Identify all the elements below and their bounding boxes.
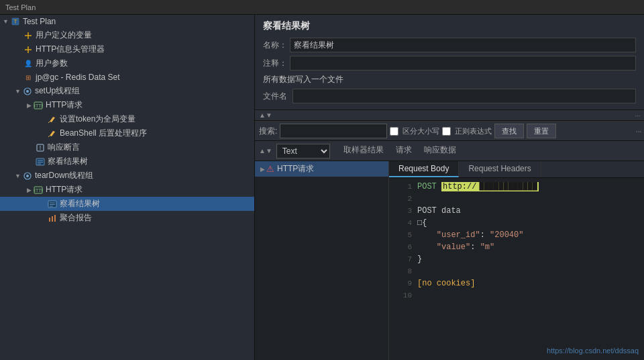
line-num-1: 1 bbox=[392, 181, 412, 193]
svg-point-7 bbox=[26, 90, 29, 93]
file-section-text: 所有数据写入一个文件 bbox=[263, 74, 343, 85]
tree-label-view-results: 察看结果树 bbox=[48, 156, 88, 167]
tree-arrow-test-plan: ▼ bbox=[3, 18, 9, 25]
line-num-7: 7 bbox=[392, 253, 412, 265]
tree-label-teardown-group: tearDown线程组 bbox=[35, 170, 93, 181]
tree-label-view-results-2: 察看结果树 bbox=[60, 198, 100, 210]
svg-rect-22 bbox=[48, 201, 56, 208]
sidebar-item-redis-dataset[interactable]: ⊞jp@gc - Redis Data Set bbox=[0, 71, 254, 84]
line-num-2: 2 bbox=[392, 193, 412, 205]
code-line-3: 3 POST data bbox=[389, 205, 644, 217]
tree-icon-report bbox=[47, 213, 58, 224]
comment-input[interactable] bbox=[290, 56, 636, 71]
name-input[interactable] bbox=[290, 38, 636, 52]
regex-checkbox[interactable] bbox=[442, 127, 451, 136]
case-check-label[interactable]: 区分大小写 bbox=[390, 126, 439, 136]
expand-arrows: ▲▼ bbox=[259, 111, 272, 119]
tree-label-http-header: HTTP信息头管理器 bbox=[36, 44, 105, 55]
line-content-4: □{ bbox=[417, 217, 641, 229]
format-select[interactable]: Text RegExp Tester CSS/JQuery Tester XPa… bbox=[276, 144, 330, 159]
comment-label: 注释： bbox=[263, 58, 290, 69]
tree-icon-setup-group bbox=[22, 86, 33, 97]
tab-request[interactable]: 请求 bbox=[390, 143, 417, 159]
file-section-label: 所有数据写入一个文件 bbox=[263, 74, 636, 85]
line-num-6: 6 bbox=[392, 241, 412, 253]
comment-row: 注释： bbox=[263, 56, 636, 71]
sidebar-item-report[interactable]: 聚合报告 bbox=[0, 211, 254, 225]
tab-response-data[interactable]: 响应数据 bbox=[419, 143, 462, 159]
sidebar-item-view-results-2[interactable]: 察看结果树 bbox=[0, 197, 254, 211]
sidebar-item-user-vars[interactable]: 用户定义的变量 bbox=[0, 28, 254, 42]
line-num-9: 9 bbox=[392, 277, 412, 289]
result-http-label: HTTP请求 bbox=[277, 163, 314, 175]
line-content-6: "value": "m" bbox=[417, 241, 641, 253]
result-tree: ▶ ⚠ HTTP请求 bbox=[255, 161, 389, 360]
tree-label-report: 聚合报告 bbox=[60, 212, 92, 224]
code-line-8: 8 bbox=[389, 265, 644, 277]
line-num-8: 8 bbox=[392, 265, 412, 277]
line-num-3: 3 bbox=[392, 205, 412, 217]
url-highlight: http:// bbox=[441, 182, 478, 191]
sidebar-item-http-header[interactable]: HTTP信息头管理器 bbox=[0, 42, 254, 56]
tab-sampler-results[interactable]: 取样器结果 bbox=[338, 143, 389, 159]
main-container: ▼ T Test Plan 用户定义的变量 HTTP信息头管理器👤用户参数⊞jp… bbox=[0, 15, 644, 360]
sidebar-item-setup-group[interactable]: ▼ setUp线程组 bbox=[0, 84, 254, 98]
regex-check-text: 正则表达式 bbox=[455, 126, 492, 136]
tree-icon-user-params: 👤 bbox=[23, 58, 34, 69]
code-line-10: 10 bbox=[389, 289, 644, 302]
tree-icon-http-header bbox=[23, 44, 34, 55]
right-panel: 察看结果树 名称： 注释： 所有数据写入一个文件 文件名 ▲▼ ··· bbox=[255, 15, 644, 360]
svg-text:HTTP: HTTP bbox=[34, 103, 43, 107]
tree-label-beanshell: BeanShell 后置处理程序 bbox=[60, 128, 147, 139]
code-line-1: 1 POST http://████████████ bbox=[389, 181, 644, 193]
file-input[interactable] bbox=[292, 89, 636, 103]
sidebar-item-user-params[interactable]: 👤用户参数 bbox=[0, 56, 254, 71]
panel-header: 察看结果树 名称： 注释： 所有数据写入一个文件 文件名 bbox=[255, 15, 644, 110]
svg-rect-28 bbox=[54, 215, 56, 222]
line-num-10: 10 bbox=[392, 289, 412, 302]
svg-text:HTTP: HTTP bbox=[34, 187, 43, 192]
sidebar-item-test-plan[interactable]: ▼ T Test Plan bbox=[0, 15, 254, 28]
tree-label-assert: 响应断言 bbox=[48, 142, 80, 153]
tree-icon-http-request-1: HTTP bbox=[33, 100, 44, 111]
results-content: ▶ ⚠ HTTP请求 Request Body Request Headers … bbox=[255, 161, 644, 360]
tree-container: ▼ T Test Plan 用户定义的变量 HTTP信息头管理器👤用户参数⊞jp… bbox=[0, 15, 254, 225]
file-row: 文件名 bbox=[263, 89, 636, 103]
results-tabs: 取样器结果 请求 响应数据 bbox=[338, 143, 462, 159]
svg-text:!: ! bbox=[40, 144, 42, 151]
url-masked: ████████████ bbox=[478, 182, 538, 191]
code-view: Request Body Request Headers 1 POST http… bbox=[389, 161, 644, 360]
tree-icon-set-token bbox=[47, 114, 58, 125]
tree-icon-teardown-group bbox=[22, 171, 33, 181]
code-line-7: 7 } bbox=[389, 253, 644, 265]
results-arrows: ▲▼ bbox=[259, 147, 272, 154]
case-checkbox[interactable] bbox=[390, 127, 398, 136]
sidebar-item-http-request-2[interactable]: ▶ HTTP HTTP请求 bbox=[0, 183, 254, 197]
tree-arrow-http-request-1: ▶ bbox=[27, 102, 32, 109]
tree-arrow-setup-group: ▼ bbox=[15, 88, 21, 95]
panel-title: 察看结果树 bbox=[263, 20, 636, 32]
sidebar-item-http-request-1[interactable]: ▶ HTTP HTTP请求 bbox=[0, 98, 254, 112]
sidebar-item-teardown-group[interactable]: ▼ tearDown线程组 bbox=[0, 169, 254, 183]
sidebar-item-beanshell[interactable]: BeanShell 后置处理程序 bbox=[0, 126, 254, 140]
file-label: 文件名 bbox=[263, 91, 287, 102]
sidebar-item-set-token[interactable]: 设置token为全局变量 bbox=[0, 112, 254, 126]
sidebar-item-assert[interactable]: ! 响应断言 bbox=[0, 140, 254, 154]
find-button[interactable]: 查找 bbox=[494, 124, 524, 138]
svg-point-19 bbox=[26, 175, 29, 177]
tab-request-headers[interactable]: Request Headers bbox=[459, 161, 541, 177]
tree-label-test-plan: Test Plan bbox=[23, 17, 56, 26]
svg-line-10 bbox=[48, 122, 50, 123]
tree-label-http-request-1: HTTP请求 bbox=[46, 99, 83, 111]
tree-icon-view-results bbox=[35, 156, 46, 167]
tree-icon-user-vars bbox=[23, 30, 34, 41]
line-num-4: 4 bbox=[392, 217, 412, 229]
sidebar-item-view-results[interactable]: 察看结果树 bbox=[0, 154, 254, 169]
search-input[interactable] bbox=[280, 124, 387, 138]
regex-check-label[interactable]: 正则表达式 bbox=[442, 126, 492, 136]
reset-button[interactable]: 重置 bbox=[527, 124, 556, 138]
search-toolbar: 搜索: 区分大小写 正则表达式 查找 重置 ··· bbox=[255, 121, 644, 141]
tab-request-body[interactable]: Request Body bbox=[389, 161, 459, 177]
result-collapse-arrow: ▶ bbox=[260, 166, 265, 173]
result-tree-item-http[interactable]: ▶ ⚠ HTTP请求 bbox=[255, 161, 388, 177]
